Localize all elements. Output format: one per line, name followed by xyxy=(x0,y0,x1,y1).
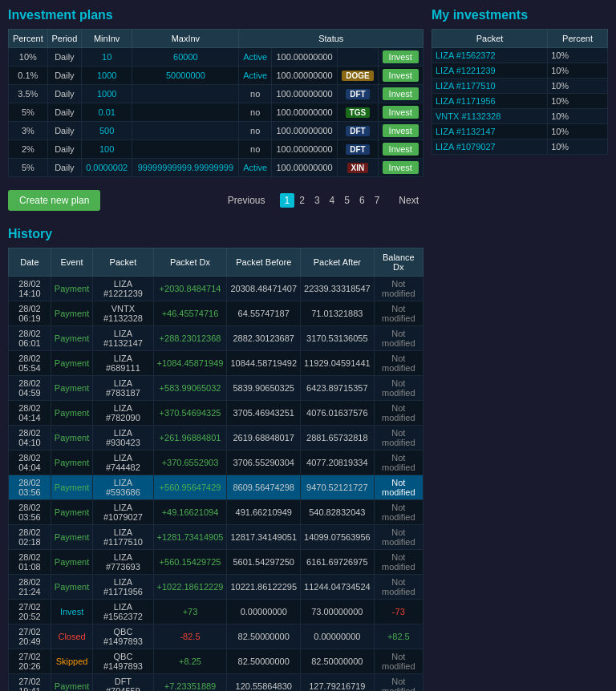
cell-percent: 10% xyxy=(548,63,608,79)
table-row: 28/02 05:54 Payment LIZA #689111 +1084.4… xyxy=(9,351,424,376)
cell-percent: 5% xyxy=(9,103,48,122)
cell-packet-before: 0.00000000 xyxy=(227,600,301,624)
cell-date: 28/02 14:10 xyxy=(9,277,51,301)
cell-packet: LIZA #1079027 xyxy=(432,139,548,155)
pagination: Previous 1234567 Next xyxy=(223,193,424,208)
page-6[interactable]: 6 xyxy=(355,193,370,208)
cell-invest[interactable]: Invest xyxy=(378,103,423,122)
cell-packet-before: 2619.68848017 xyxy=(227,426,301,451)
table-row: LIZA #1079027 10% xyxy=(432,139,608,155)
page-1[interactable]: 1 xyxy=(280,193,295,208)
cell-packet-after: 71.01321883 xyxy=(301,301,375,326)
table-row: 10% Daily 10 60000 Active 100.00000000 I… xyxy=(9,48,424,67)
invest-button[interactable]: Invest xyxy=(383,87,419,100)
page-7[interactable]: 7 xyxy=(370,193,385,208)
next-page[interactable]: Next xyxy=(394,193,424,208)
invest-button[interactable]: Invest xyxy=(383,51,419,63)
cell-event: Closed xyxy=(51,624,92,649)
cell-percent: 10% xyxy=(548,48,608,63)
cell-val1: 100.00000000 xyxy=(271,140,337,159)
invest-button[interactable]: Invest xyxy=(383,69,419,82)
cell-invest[interactable]: Invest xyxy=(378,140,423,159)
cell-percent: 10% xyxy=(548,139,608,155)
cell-date: 28/02 04:04 xyxy=(9,451,51,475)
cell-balance-dx: Not modified xyxy=(374,500,423,525)
hist-col-balance-dx: Balance Dx xyxy=(374,249,423,277)
cell-invest[interactable]: Invest xyxy=(378,48,423,67)
cell-packet-dx: +370.54694325 xyxy=(153,401,227,426)
col-mininv: MinInv xyxy=(82,30,132,48)
cell-mininv: 100 xyxy=(82,140,132,159)
table-row: 28/02 03:56 Payment LIZA #593686 +560.95… xyxy=(9,475,424,500)
cell-packet-dx: +1022.18612229 xyxy=(153,575,227,600)
invest-button[interactable]: Invest xyxy=(383,143,419,156)
invest-button[interactable]: Invest xyxy=(383,161,419,174)
cell-balance-dx: Not modified xyxy=(374,575,423,600)
history-title: History xyxy=(8,227,424,241)
cell-maxinv xyxy=(132,103,239,122)
page-2[interactable]: 2 xyxy=(294,193,310,208)
cell-mininv: 10 xyxy=(82,48,132,67)
cell-packet-after: 0.00000000 xyxy=(301,624,375,649)
cell-val1: 100.00000000 xyxy=(271,48,337,67)
cell-date: 28/02 01:08 xyxy=(9,550,51,575)
col-period: Period xyxy=(47,30,81,48)
table-row: 5% Daily 0.0000002 99999999999.99999999 … xyxy=(9,159,424,177)
cell-val1: 100.00000000 xyxy=(271,103,337,122)
cell-packet-before: 10221.86122295 xyxy=(227,575,301,600)
page-3[interactable]: 3 xyxy=(310,193,325,208)
cell-percent: 10% xyxy=(548,79,608,94)
cell-invest[interactable]: Invest xyxy=(378,122,423,140)
cell-packet: LIZA #773693 xyxy=(93,550,153,575)
table-row: 28/02 06:19 Payment VNTX #1132328 +46.45… xyxy=(9,301,424,326)
cell-date: 28/02 02:18 xyxy=(9,525,51,550)
cell-event: Payment xyxy=(51,500,92,525)
cell-maxinv: 50000000 xyxy=(132,67,239,85)
cell-event: Payment xyxy=(51,376,92,401)
cell-date: 28/02 21:24 xyxy=(9,575,51,600)
cell-balance-dx: Not modified xyxy=(374,326,423,351)
cell-packet-dx: +288.23012368 xyxy=(153,326,227,351)
table-row: 27/02 20:52 Invest LIZA #1562372 +73 0.0… xyxy=(9,600,424,624)
cell-period: Daily xyxy=(47,103,81,122)
cell-balance-dx: Not modified xyxy=(374,426,423,451)
cell-status: no xyxy=(239,103,271,122)
cell-balance-dx: Not modified xyxy=(374,277,423,301)
cell-invest[interactable]: Invest xyxy=(378,85,423,103)
prev-page[interactable]: Previous xyxy=(223,193,270,208)
cell-packet-before: 64.55747187 xyxy=(227,301,301,326)
inv-col-percent: Percent xyxy=(548,30,608,48)
cell-packet: LIZA #1132147 xyxy=(432,124,548,139)
cell-percent: 3% xyxy=(9,122,48,140)
cell-packet-dx: +8.25 xyxy=(153,649,227,674)
hist-col-event: Event xyxy=(51,249,92,277)
cell-packet-dx: +1084.45871949 xyxy=(153,351,227,376)
cell-maxinv: 60000 xyxy=(132,48,239,67)
page-5[interactable]: 5 xyxy=(339,193,355,208)
table-row: LIZA #1177510 10% xyxy=(432,79,608,94)
cell-packet-dx: -82.5 xyxy=(153,624,227,649)
page-4[interactable]: 4 xyxy=(325,193,340,208)
create-new-plan-button[interactable]: Create new plan xyxy=(8,190,100,211)
cell-invest[interactable]: Invest xyxy=(378,159,423,177)
cell-event: Payment xyxy=(51,426,92,451)
cell-percent: 10% xyxy=(548,94,608,109)
cell-packet: LIZA #1221239 xyxy=(432,63,548,79)
cell-packet-before: 20308.48471407 xyxy=(227,277,301,301)
table-row: 28/02 01:08 Payment LIZA #773693 +560.15… xyxy=(9,550,424,575)
cell-packet: VNTX #1132328 xyxy=(93,301,153,326)
table-row: 28/02 21:24 Payment LIZA #1171956 +1022.… xyxy=(9,575,424,600)
cell-balance-dx: +82.5 xyxy=(374,624,423,649)
cell-badge: DOGE xyxy=(338,67,378,85)
hist-col-packet-dx: Packet Dx xyxy=(153,249,227,277)
cell-invest[interactable]: Invest xyxy=(378,67,423,85)
invest-button[interactable]: Invest xyxy=(383,106,419,119)
cell-event: Payment xyxy=(51,326,92,351)
cell-packet: LIZA #1079027 xyxy=(93,500,153,525)
cell-packet-before: 3705.46943251 xyxy=(227,401,301,426)
cell-percent: 10% xyxy=(548,124,608,139)
cell-date: 28/02 04:10 xyxy=(9,426,51,451)
table-row: LIZA #1221239 10% xyxy=(432,63,608,79)
invest-button[interactable]: Invest xyxy=(383,124,419,137)
cell-badge: XIN xyxy=(338,159,378,177)
